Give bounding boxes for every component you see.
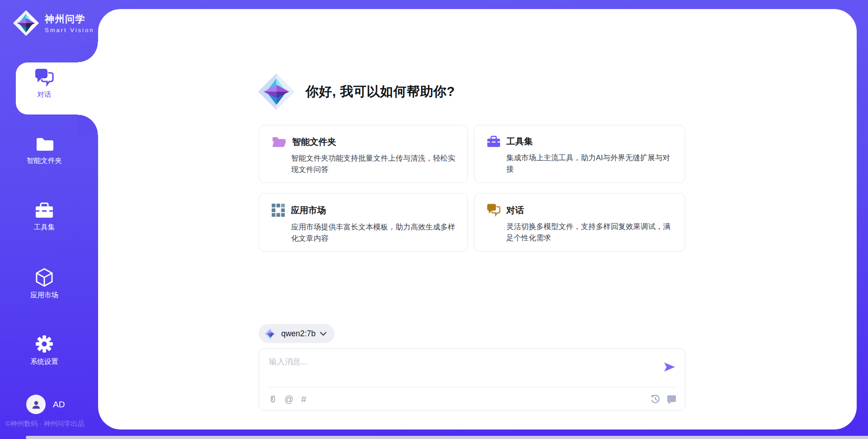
grid-icon xyxy=(271,203,285,217)
mention-button[interactable]: @ xyxy=(284,394,293,405)
send-button[interactable] xyxy=(662,361,677,374)
card-description: 应用市场提供丰富长文本模板，助力高效生成多样化文章内容 xyxy=(291,221,457,244)
brand-subtitle: Smart Vision xyxy=(45,27,94,33)
greeting-title: 你好, 我可以如何帮助你? xyxy=(306,83,455,101)
chevron-down-icon xyxy=(320,332,326,336)
folder-icon xyxy=(34,135,54,153)
at-icon: @ xyxy=(284,394,293,405)
assistant-logo-icon xyxy=(257,72,296,111)
copyright-footer: ©神州数码 · 神州问学出品 xyxy=(5,420,84,428)
sidebar-item-label: 应用市场 xyxy=(30,291,58,300)
sidebar-item-label: 系统设置 xyxy=(30,357,58,367)
horizontal-scrollbar[interactable] xyxy=(26,436,868,439)
cube-icon xyxy=(34,267,54,287)
sidebar-item-label: 对话 xyxy=(38,90,52,100)
sidebar-item-label: 智能文件夹 xyxy=(27,156,62,166)
card-description: 集成市场上主流工具，助力AI与外界无缝扩展与对接 xyxy=(506,152,674,175)
composer: @ # xyxy=(259,348,685,410)
sidebar-item-settings[interactable]: 系统设置 xyxy=(0,334,89,367)
gear-icon xyxy=(34,334,54,354)
user-initials: AD xyxy=(53,400,65,410)
brand-logo: 神州问学 Smart Vision xyxy=(12,10,94,37)
main-panel: 你好, 我可以如何帮助你? 智能文件夹 智能文件夹功能支持批量文件上传与清洗，轻… xyxy=(98,9,857,429)
quick-phrase-button[interactable] xyxy=(666,394,677,405)
app-window: 你好, 我可以如何帮助你? 智能文件夹 智能文件夹功能支持批量文件上传与清洗，轻… xyxy=(0,0,868,439)
model-selector[interactable]: qwen2:7b xyxy=(259,324,335,343)
brand-name: 神州问学 xyxy=(45,13,94,25)
message-input[interactable] xyxy=(269,356,649,383)
attach-button[interactable] xyxy=(269,394,277,405)
sidebar-item-app-market[interactable]: 应用市场 xyxy=(0,267,89,300)
composer-divider xyxy=(268,387,676,387)
card-description: 灵活切换多模型文件，支持多样回复效果调试，满足个性化需求 xyxy=(506,221,674,243)
card-app-market[interactable]: 应用市场 应用市场提供丰富长文本模板，助力高效生成多样化文章内容 xyxy=(259,193,468,252)
chat-bubble-icon xyxy=(666,394,677,405)
sidebar-item-smart-folder[interactable]: 智能文件夹 xyxy=(0,135,89,166)
user-profile[interactable]: AD xyxy=(26,395,65,414)
history-clock-icon xyxy=(651,394,660,404)
topic-button[interactable]: # xyxy=(301,394,306,405)
card-title: 应用市场 xyxy=(291,204,326,216)
history-button[interactable] xyxy=(651,394,660,404)
avatar xyxy=(26,395,46,414)
card-chat[interactable]: 对话 灵活切换多模型文件，支持多样回复效果调试，满足个性化需求 xyxy=(474,193,685,252)
toolbox-icon xyxy=(486,135,501,148)
model-logo-icon xyxy=(264,328,277,340)
active-tab-fillet-bottom xyxy=(78,115,98,135)
active-tab-fillet-top xyxy=(78,42,98,62)
sidebar-item-label: 工具集 xyxy=(34,223,55,232)
card-toolset[interactable]: 工具集 集成市场上主流工具，助力AI与外界无缝扩展与对接 xyxy=(474,125,685,183)
paperclip-icon xyxy=(269,394,277,405)
brand-logo-icon xyxy=(12,10,40,37)
chat-icon xyxy=(486,203,501,217)
sidebar: 神州问学 Smart Vision 对话 智能文件夹 xyxy=(0,0,98,439)
chat-bubbles-icon xyxy=(34,68,54,87)
person-icon xyxy=(31,399,42,410)
folder-open-icon xyxy=(271,135,287,148)
card-description: 智能文件夹功能支持批量文件上传与清洗，轻松实现文件问答 xyxy=(291,153,457,175)
card-title: 智能文件夹 xyxy=(292,136,336,148)
greeting: 你好, 我可以如何帮助你? xyxy=(257,72,455,111)
model-name: qwen2:7b xyxy=(281,329,316,339)
feature-cards: 智能文件夹 智能文件夹功能支持批量文件上传与清洗，轻松实现文件问答 工具集 集成… xyxy=(259,125,685,252)
card-title: 对话 xyxy=(506,204,524,216)
card-title: 工具集 xyxy=(506,135,533,148)
sidebar-item-chat[interactable]: 对话 xyxy=(0,68,89,100)
hash-icon: # xyxy=(301,394,306,405)
send-icon xyxy=(664,362,675,372)
briefcase-icon xyxy=(34,201,54,220)
card-smart-folder[interactable]: 智能文件夹 智能文件夹功能支持批量文件上传与清洗，轻松实现文件问答 xyxy=(259,125,468,183)
sidebar-item-toolset[interactable]: 工具集 xyxy=(0,201,89,232)
